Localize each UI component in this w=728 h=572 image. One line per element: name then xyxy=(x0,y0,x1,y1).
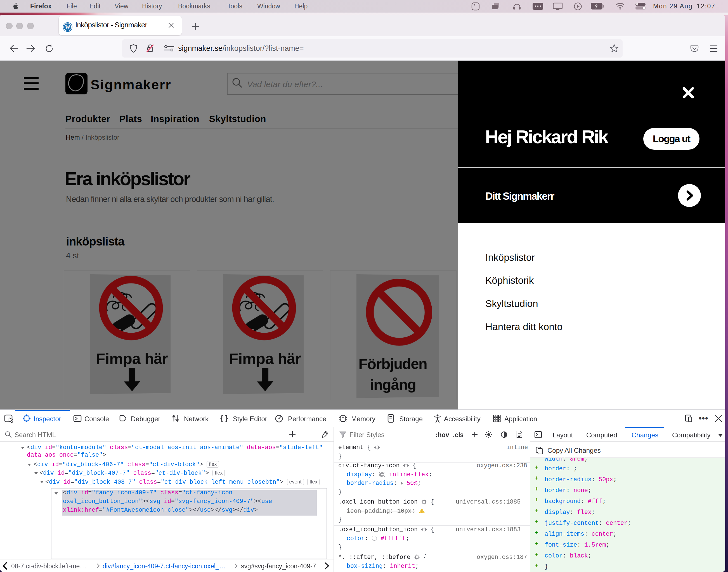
svg-text:W: W xyxy=(65,24,70,30)
